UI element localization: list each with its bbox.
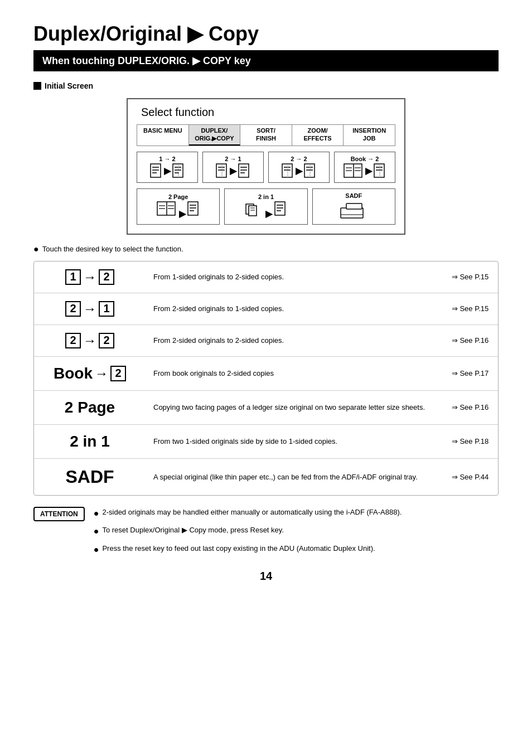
attention-item-2: ● To reset Duplex/Original ▶ Copy mode, …	[94, 525, 402, 539]
btn-2to2[interactable]: 2 → 2 ▶	[268, 152, 330, 183]
screen-buttons-row1: 1 → 2 ▶ 2 → 1 ▶ 2 → 2	[137, 152, 395, 183]
btn-2to1[interactable]: 2 → 1 ▶	[202, 152, 264, 183]
func-icon-2to2: 2 → 2	[34, 325, 146, 356]
arrow-2to1: →	[83, 301, 96, 317]
num-2a: 2	[99, 269, 114, 285]
function-row-1to2: 1 → 2 From 1-sided originals to 2-sided …	[34, 261, 498, 293]
num-2e: 2	[110, 366, 126, 381]
func-icon-2page: 2 Page	[34, 391, 146, 424]
bullet-dot: ●	[33, 244, 39, 254]
num-1: 1	[65, 269, 81, 285]
attention-item-1: ● 2-sided originals may be handled eithe…	[94, 507, 402, 521]
attention-dot-1: ●	[94, 506, 99, 521]
bullet-text: Touch the desired key to select the func…	[42, 245, 183, 253]
num-2d: 2	[99, 333, 114, 348]
attention-text-1: 2-sided originals may be handled either …	[102, 507, 402, 518]
attention-dot-2: ●	[94, 524, 99, 539]
function-row-sadf: SADF A special original (like thin paper…	[34, 459, 498, 495]
func-ref-bookto2: ⇒ See P.17	[442, 357, 498, 390]
attention-content: ● 2-sided originals may be handled eithe…	[94, 507, 402, 561]
svg-rect-21	[304, 164, 315, 177]
func-desc-2to2: From 2-sided originals to 2-sided copies…	[146, 325, 442, 356]
btn-1to2[interactable]: 1 → 2 ▶	[137, 152, 198, 183]
svg-rect-46	[249, 206, 257, 216]
section-icon	[33, 82, 41, 90]
bullet-touch: ● Touch the desired key to select the fu…	[33, 245, 499, 254]
func-ref-2to1: ⇒ See P.15	[442, 293, 498, 324]
tab-duplex-copy[interactable]: DUPLEX/ORIG.▶COPY	[189, 125, 241, 146]
func-desc-1to2: From 1-sided originals to 2-sided copies…	[146, 261, 442, 293]
func-ref-1to2: ⇒ See P.15	[442, 261, 498, 293]
section-header: Initial Screen	[33, 81, 499, 90]
screen-buttons-row2: 2 Page ▶ 2 in 1 ▶	[137, 188, 395, 225]
func-desc-sadf: A special original (like thin paper etc.…	[146, 459, 442, 495]
num-1b: 1	[99, 301, 114, 317]
screen-mockup: Select function BASIC MENU DUPLEX/ORIG.▶…	[127, 98, 405, 235]
func-ref-2page: ⇒ See P.16	[442, 391, 498, 424]
attention-box: ATTENTION ● 2-sided originals may be han…	[33, 507, 499, 561]
page-number: 14	[33, 570, 499, 583]
tab-insertion-job[interactable]: INSERTIONJOB	[344, 125, 395, 146]
func-desc-2in1: From two 1-sided originals side by side …	[146, 425, 442, 458]
function-row-2to1: 2 → 1 From 2-sided originals to 1-sided …	[34, 293, 498, 325]
page-title: Duplex/Original ▶ Copy	[33, 22, 499, 46]
screen-tabs: BASIC MENU DUPLEX/ORIG.▶COPY SORT/FINISH…	[137, 124, 395, 146]
num-2c: 2	[65, 333, 81, 348]
svg-rect-17	[282, 164, 292, 177]
func-ref-2in1: ⇒ See P.18	[442, 425, 498, 458]
svg-rect-13	[239, 164, 249, 177]
attention-item-3: ● Press the reset key to feed out last c…	[94, 543, 402, 557]
btn-bookto2[interactable]: Book → 2 ▶	[334, 152, 395, 183]
arrow-1to2: →	[83, 269, 96, 285]
arrow-2to2: →	[83, 333, 96, 348]
tab-zoom-effects[interactable]: ZOOM/EFFECTS	[292, 125, 344, 146]
btn-2page[interactable]: 2 Page ▶	[137, 188, 220, 225]
svg-rect-54	[346, 203, 362, 209]
function-table: 1 → 2 From 1-sided originals to 2-sided …	[33, 261, 499, 496]
tab-basic-menu[interactable]: BASIC MENU	[137, 125, 189, 146]
func-ref-2to2: ⇒ See P.16	[442, 325, 498, 356]
func-desc-2page: Copying two facing pages of a ledger siz…	[146, 391, 442, 424]
attention-dot-3: ●	[94, 542, 99, 557]
func-icon-2in1: 2 in 1	[34, 425, 146, 458]
svg-rect-49	[275, 202, 285, 215]
btn-sadf[interactable]: SADF	[312, 188, 395, 225]
func-icon-bookto2: Book → 2	[34, 357, 146, 390]
function-row-2to2: 2 → 2 From 2-sided originals to 2-sided …	[34, 325, 498, 357]
section-label: Initial Screen	[45, 81, 93, 90]
func-icon-sadf: SADF	[34, 459, 146, 495]
attention-badge: ATTENTION	[33, 507, 85, 521]
svg-rect-4	[173, 164, 183, 177]
btn-2in1[interactable]: 2 in 1 ▶	[224, 188, 307, 225]
function-row-2in1: 2 in 1 From two 1-sided originals side b…	[34, 425, 498, 459]
subtitle-bar: When touching DUPLEX/ORIG. ▶ COPY key	[33, 50, 499, 71]
svg-rect-9	[216, 164, 226, 177]
tab-sort-finish[interactable]: SORT/FINISH	[240, 125, 292, 146]
svg-rect-41	[188, 202, 198, 215]
svg-rect-0	[151, 164, 161, 177]
func-desc-bookto2: From book originals to 2-sided copies	[146, 357, 442, 390]
attention-text-2: To reset Duplex/Original ▶ Copy mode, pr…	[102, 525, 284, 536]
num-2b: 2	[65, 301, 81, 317]
screen-title: Select function	[137, 106, 395, 119]
function-row-2page: 2 Page Copying two facing pages of a led…	[34, 391, 498, 425]
func-ref-sadf: ⇒ See P.44	[442, 459, 498, 495]
func-icon-1to2: 1 → 2	[34, 261, 146, 293]
func-desc-2to1: From 2-sided originals to 1-sided copies…	[146, 293, 442, 324]
attention-text-3: Press the reset key to feed out last cop…	[102, 543, 375, 555]
svg-rect-31	[374, 164, 384, 177]
function-row-bookto2: Book → 2 From book originals to 2-sided …	[34, 357, 498, 391]
func-icon-2to1: 2 → 1	[34, 293, 146, 324]
